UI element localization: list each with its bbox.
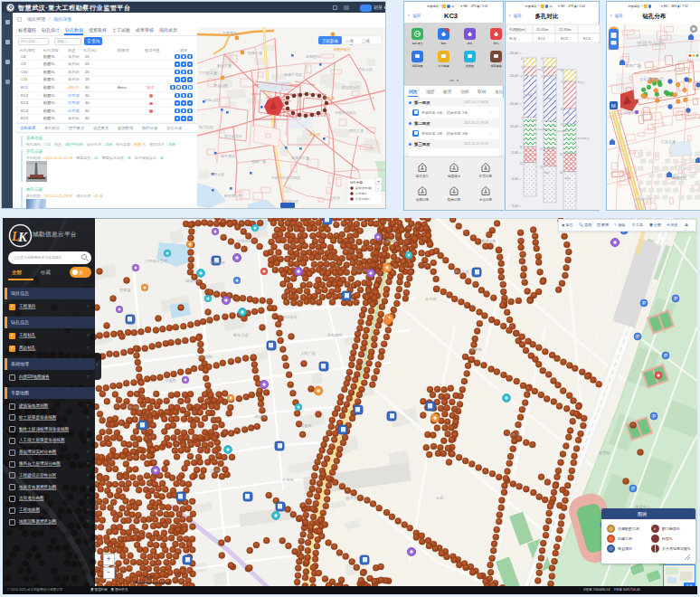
svg-text:建设大道: 建设大道 (454, 270, 469, 274)
svg-text:细砂: 细砂 (565, 176, 571, 180)
svg-text:吉松里校小学: 吉松里校小学 (639, 77, 665, 81)
svg-text:文化路小学: 文化路小学 (634, 197, 652, 202)
svg-text:K: K (17, 230, 28, 244)
svg-text:11: 11 (539, 147, 542, 151)
svg-text:淤泥质粘土: 淤泥质粘土 (537, 128, 550, 131)
svg-text:电子酒店: 电子酒店 (221, 154, 235, 158)
svg-text:荣泰小区: 荣泰小区 (213, 83, 228, 88)
svg-text:0.00: 0.00 (512, 177, 518, 181)
svg-text:三维: 三维 (362, 39, 371, 43)
svg-text:淤泥质粘土: 淤泥质粘土 (577, 137, 590, 140)
svg-text:武汉金交处: 武汉金交处 (224, 134, 242, 138)
svg-text:P: P (631, 486, 635, 491)
svg-text:粉质粘: 粉质粘 (525, 93, 533, 97)
svg-text:统建千福园: 统建千福园 (284, 72, 302, 77)
svg-text:5.00: 5.00 (512, 204, 518, 208)
svg-text:城设计院: 城设计院 (184, 279, 202, 283)
svg-text:中百仓储: 中百仓储 (210, 261, 225, 265)
svg-text:-5.00: -5.00 (510, 151, 517, 155)
svg-text:KC2: KC2 (561, 36, 569, 41)
svg-text:杂填土: 杂填土 (577, 81, 585, 84)
svg-text:黄浦人家: 黄浦人家 (481, 239, 497, 243)
svg-text:汉口饭店: 汉口饭店 (282, 315, 298, 319)
svg-text:11: 11 (559, 153, 562, 156)
svg-text:14: 14 (559, 171, 563, 175)
svg-text:钻孔类型: 钻孔类型 (349, 180, 364, 185)
svg-text:解放大道: 解放大道 (233, 333, 249, 337)
svg-text:老乡鸡: 老乡鸡 (309, 132, 320, 137)
svg-text:KC3: KC3 (583, 36, 591, 41)
svg-text:航空路小学: 航空路小学 (224, 194, 242, 198)
svg-text:10: 10 (519, 146, 523, 149)
svg-text:12: 12 (519, 162, 523, 166)
svg-text:粉砂: 粉砂 (525, 155, 530, 158)
svg-text:杂填土: 杂填土 (557, 68, 565, 71)
svg-text:华锦小区: 华锦小区 (210, 172, 224, 176)
svg-text:中国农业银行: 中国农业银行 (335, 110, 356, 115)
svg-text:21.35m: 21.35m (559, 27, 572, 32)
svg-text:万松小区: 万松小区 (358, 67, 373, 71)
svg-text:统建千福园: 统建千福园 (637, 40, 664, 47)
svg-text:勘察(未完成): 勘察(未完成) (355, 186, 372, 190)
svg-text:天悦外滩: 天悦外滩 (237, 239, 253, 243)
svg-text:P: P (636, 334, 639, 339)
svg-text:邮电小区: 邮电小区 (204, 98, 219, 102)
svg-text:P: P (642, 300, 646, 306)
svg-text:孔号: 孔号 (509, 36, 516, 41)
svg-text:细砂: 细砂 (544, 171, 550, 175)
svg-text:P: P (664, 353, 667, 358)
svg-text:日报苑: 日报苑 (623, 109, 636, 115)
svg-text:永清商圈: 永清商圈 (382, 239, 397, 243)
svg-text:协和医院: 协和医院 (306, 54, 320, 59)
svg-text:P: P (674, 296, 677, 301)
svg-text:-10.00: -10.00 (508, 125, 517, 128)
svg-text:粉砂: 粉砂 (565, 111, 571, 115)
svg-text:水文试验孔: 水文试验孔 (355, 197, 371, 201)
svg-text:+: + (377, 178, 380, 184)
svg-text:淤泥质粘土: 淤泥质粘土 (557, 129, 570, 133)
svg-text:杂填土: 杂填土 (537, 68, 545, 71)
svg-text:阿宝生煎馆: 阿宝生煎馆 (342, 85, 360, 90)
svg-text:已完成孔: 已完成孔 (355, 192, 368, 195)
svg-text:常青路: 常青路 (300, 423, 312, 428)
svg-text:-15.00: -15.00 (508, 102, 517, 106)
svg-text:长港路: 长港路 (282, 478, 294, 482)
svg-text:园博园: 园博园 (599, 450, 610, 455)
svg-text:13: 13 (539, 166, 543, 169)
svg-text:塔子湖: 塔子湖 (507, 432, 520, 437)
svg-text:协和医院: 协和医院 (327, 333, 344, 337)
svg-text:中奇万松郡式花园: 中奇万松郡式花园 (271, 175, 300, 180)
svg-text:全聚德: 全聚德 (324, 96, 335, 100)
svg-text:石桥: 石桥 (436, 496, 444, 500)
svg-text:二维: 二维 (345, 39, 355, 43)
svg-text:同生正茂: 同生正茂 (349, 128, 364, 133)
svg-text:香港路: 香港路 (470, 347, 482, 352)
svg-text:21.01m: 21.01m (536, 27, 549, 32)
svg-text:台北路: 台北路 (425, 297, 437, 301)
svg-text:武汉天地: 武汉天地 (355, 268, 371, 272)
svg-text:KC1: KC1 (538, 36, 546, 41)
svg-text:卫星影像: 卫星影像 (321, 38, 339, 43)
svg-text:粉质粘: 粉质粘 (544, 97, 553, 100)
svg-text:电力社区: 电力社区 (199, 125, 213, 129)
svg-text:-20.00: -20.00 (508, 74, 517, 78)
svg-text:P: P (652, 413, 656, 419)
svg-text:-25.00: -25.00 (508, 52, 517, 55)
svg-text:M: M (610, 103, 615, 109)
